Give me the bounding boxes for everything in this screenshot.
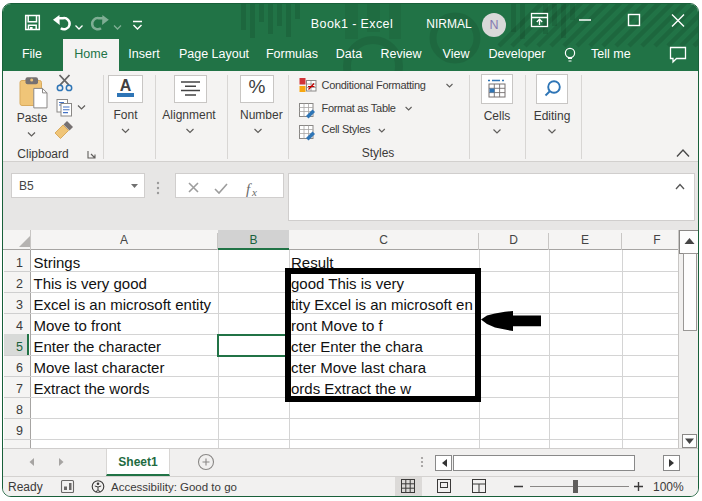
svg-text:x: x <box>251 186 257 198</box>
